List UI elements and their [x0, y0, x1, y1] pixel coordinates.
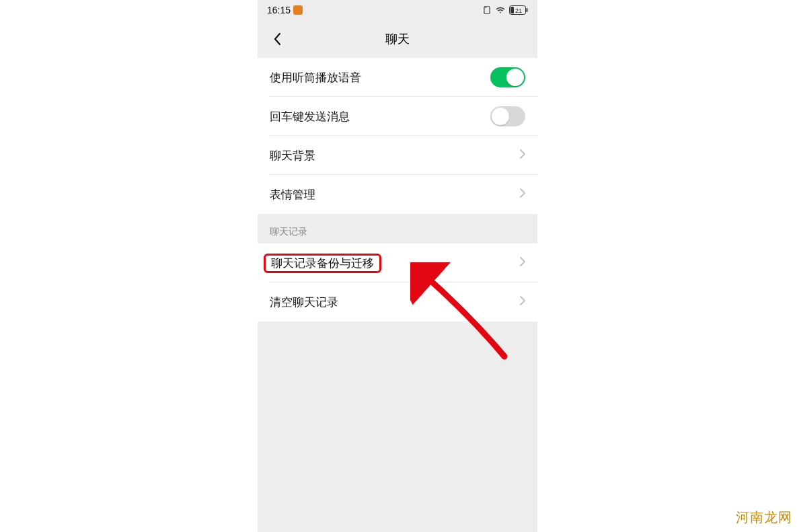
status-left: 16:15 [267, 5, 303, 15]
toggle-earpiece[interactable] [490, 67, 525, 87]
row-clear-history[interactable]: 清空聊天记录 [258, 282, 537, 321]
status-bar: 16:15 21 [258, 0, 537, 20]
chevron-right-icon [520, 149, 525, 161]
battery-icon: 21 [509, 5, 528, 15]
chevron-right-icon [520, 188, 525, 200]
row-earpiece-voice[interactable]: 使用听筒播放语音 [258, 58, 537, 97]
section-header-history: 聊天记录 [258, 214, 537, 243]
chevron-right-icon [520, 296, 525, 308]
nav-bar: 聊天 [258, 20, 537, 58]
phone-screen: 16:15 21 聊天 使用听筒播放语音 回车键发送消息 [258, 0, 537, 532]
toggle-knob [506, 69, 524, 86]
row-label: 聊天背景 [270, 148, 315, 163]
watermark: 河南龙网 [736, 508, 792, 527]
toggle-knob [492, 108, 509, 125]
row-sticker-management[interactable]: 表情管理 [258, 175, 537, 214]
status-right: 21 [482, 5, 528, 15]
settings-list: 使用听筒播放语音 回车键发送消息 聊天背景 表情管理 聊天记录 聊天记录备份与迁… [258, 58, 537, 321]
svg-rect-0 [484, 7, 490, 14]
row-label: 回车键发送消息 [270, 109, 350, 124]
toggle-enter-send[interactable] [490, 106, 525, 126]
annotation-highlight: 聊天记录备份与迁移 [264, 254, 381, 273]
row-backup-migrate[interactable]: 聊天记录备份与迁移 [258, 243, 537, 282]
svg-rect-2 [527, 8, 528, 12]
row-chat-background[interactable]: 聊天背景 [258, 136, 537, 175]
row-label: 聊天记录备份与迁移 [270, 256, 381, 271]
row-label: 使用听筒播放语音 [270, 70, 361, 85]
sim-icon [482, 5, 492, 15]
row-label: 清空聊天记录 [270, 295, 338, 310]
app-notification-icon [293, 5, 303, 15]
svg-rect-3 [510, 7, 514, 13]
page-title: 聊天 [385, 31, 410, 47]
row-label: 表情管理 [270, 187, 315, 202]
chevron-left-icon [273, 32, 281, 46]
status-time: 16:15 [267, 5, 291, 15]
row-enter-send[interactable]: 回车键发送消息 [258, 97, 537, 136]
chevron-right-icon [520, 257, 525, 269]
back-button[interactable] [267, 29, 287, 49]
svg-text:21: 21 [515, 7, 522, 14]
wifi-icon [495, 5, 506, 15]
